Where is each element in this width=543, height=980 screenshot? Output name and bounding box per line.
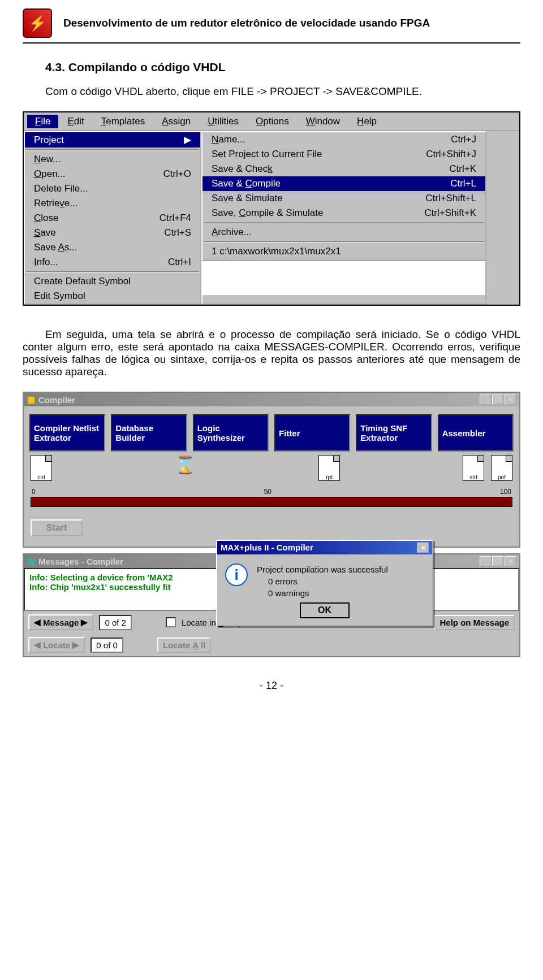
menu-save[interactable]: SaveCtrl+S	[25, 226, 200, 240]
progress-bar	[31, 497, 512, 507]
menu-project[interactable]: Project▶	[25, 132, 200, 148]
locate-nav-button[interactable]: ◀ Locate ▶	[28, 637, 85, 653]
messages-title: Messages - Compiler	[38, 557, 123, 566]
menubar-utilities[interactable]: Utilities	[200, 115, 247, 128]
paragraph-1: Com o código VHDL aberto, clique em FILE…	[23, 85, 520, 98]
submenu-save-compile[interactable]: Save & CompileCtrl+L	[202, 176, 485, 191]
locate-all-button[interactable]: Locate All	[157, 638, 212, 653]
popup-close-button[interactable]: ✕	[417, 543, 429, 553]
paragraph-2: Em seguida, uma tela se abrirá e o proce…	[23, 328, 520, 378]
compiler-icon: ▦	[27, 394, 35, 405]
menu-delete-file[interactable]: Delete File...	[25, 181, 200, 196]
submenu-archive[interactable]: Archive...	[202, 225, 485, 240]
stage-timing-snf: Timing SNF Extractor	[356, 414, 432, 452]
compiler-title: Compiler	[38, 395, 75, 405]
help-on-message-button[interactable]: Help on Message	[434, 615, 515, 630]
compiler-window: ▦ Compiler _ ☐ ✕ Compiler Netlist Extrac…	[23, 392, 520, 548]
locate-checkbox[interactable]	[166, 617, 176, 627]
file-icon-rpt: rpt	[318, 455, 340, 481]
maximize-button[interactable]: ☐	[492, 394, 503, 405]
menu-retrieve[interactable]: Retrieve...	[25, 196, 200, 211]
menu-new[interactable]: New...	[25, 152, 200, 167]
message-nav-button[interactable]: ◀ Message ▶	[28, 614, 93, 630]
menu-save-as[interactable]: Save As...	[25, 240, 200, 255]
stage-netlist-extractor: Compiler Netlist Extractor	[29, 414, 105, 452]
popup-line1: Project compilation was successful	[257, 563, 388, 575]
stage-logic-synthesizer: Logic Synthesizer	[193, 414, 269, 452]
menubar-assign[interactable]: Assign	[154, 115, 199, 128]
scale-0: 0	[32, 488, 36, 496]
stage-database-builder: Database Builder	[111, 414, 187, 452]
menubar-help[interactable]: Help	[349, 115, 385, 128]
file-menu: Project▶ New... Open...Ctrl+O Delete Fil…	[24, 131, 201, 305]
close-button[interactable]: ✕	[505, 394, 516, 405]
doc-title: Desenvolvimento de um redutor eletrônico…	[63, 17, 430, 29]
maxplus-menus: File Edit Templates Assign Utilities Opt…	[23, 111, 520, 306]
submenu-name[interactable]: Name...Ctrl+J	[202, 132, 485, 147]
menu-info[interactable]: Info...Ctrl+I	[25, 255, 200, 270]
popup-line3: 0 warnings	[268, 587, 388, 599]
file-icon-snf: snf	[463, 455, 484, 481]
submenu-recent[interactable]: 1 c:\maxwork\mux2x1\mux2x1	[202, 244, 485, 259]
popup-line2: 0 errors	[268, 575, 388, 587]
menu-edit-symbol[interactable]: Edit Symbol	[25, 289, 200, 303]
menu-close[interactable]: CloseCtrl+F4	[25, 211, 200, 226]
project-submenu: Name...Ctrl+J Set Project to Current Fil…	[201, 131, 486, 305]
ok-button[interactable]: OK	[300, 602, 350, 618]
stage-assembler: Assembler	[438, 414, 514, 452]
section-title: 4.3. Compilando o código VHDL	[45, 60, 520, 74]
menu-open[interactable]: Open...Ctrl+O	[25, 167, 200, 181]
menubar-file[interactable]: File	[27, 115, 58, 128]
menubar-templates[interactable]: Templates	[93, 115, 153, 128]
page-footer: - 12 -	[23, 680, 520, 692]
menubar-options[interactable]: Options	[248, 115, 297, 128]
header-logo: ⚡	[23, 8, 52, 38]
scale-50: 50	[264, 488, 272, 496]
message-counter: 0 of 2	[99, 615, 132, 630]
start-button[interactable]: Start	[31, 519, 83, 536]
submenu-save-compile-simulate[interactable]: Save, Compile & SimulateCtrl+Shift+K	[202, 206, 485, 220]
submenu-set-current[interactable]: Set Project to Current FileCtrl+Shift+J	[202, 147, 485, 162]
file-icon-pof: pof	[491, 455, 512, 481]
popup-title: MAX+plus II - Compiler	[221, 543, 313, 553]
menubar: File Edit Templates Assign Utilities Opt…	[24, 112, 519, 131]
msg-maximize-button[interactable]: ☐	[492, 556, 503, 566]
menubar-window[interactable]: Window	[298, 115, 348, 128]
stage-fitter: Fitter	[274, 414, 350, 452]
msg-close-button[interactable]: ✕	[505, 556, 516, 566]
hourglass-icon: ⌛	[175, 455, 196, 481]
info-icon: i	[225, 563, 248, 586]
menu-create-default-symbol[interactable]: Create Default Symbol	[25, 274, 200, 289]
locate-counter: 0 of 0	[90, 638, 123, 653]
menubar-edit[interactable]: Edit	[59, 115, 92, 128]
scale-100: 100	[500, 488, 511, 496]
messages-icon: ▣	[27, 556, 35, 566]
minimize-button[interactable]: _	[480, 394, 491, 405]
file-icon-cnf: cnf	[31, 455, 52, 481]
compile-success-dialog: MAX+plus II - Compiler ✕ i Project compi…	[216, 540, 433, 626]
msg-minimize-button[interactable]: _	[480, 556, 491, 566]
submenu-save-check[interactable]: Save & CheckCtrl+K	[202, 162, 485, 176]
submenu-save-simulate[interactable]: Save & SimulateCtrl+Shift+L	[202, 191, 485, 206]
